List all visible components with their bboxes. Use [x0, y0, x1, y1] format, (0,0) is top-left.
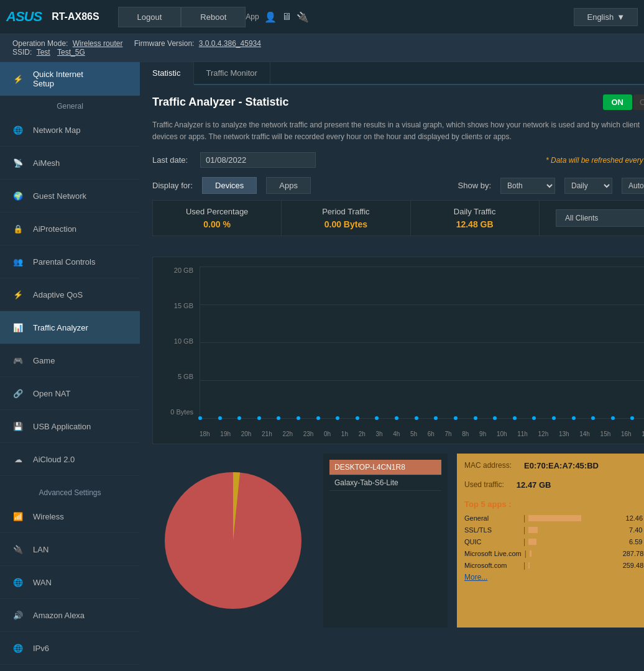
x-label-4h: 4h — [393, 431, 400, 437]
scale-select[interactable]: Auto 1GB 5GB 10GB — [622, 178, 644, 194]
logout-button[interactable]: Logout — [118, 7, 182, 27]
controls-row: Last date: * Data will be refreshed ever… — [152, 152, 644, 168]
used-traffic-label: Used traffic: — [464, 480, 504, 493]
network-map-label: Network Map — [33, 126, 81, 135]
advanced-items-list: 📶Wireless🔌LAN🌐WAN🔊Amazon Alexa🌐IPv6🔒VPN🔥… — [0, 500, 140, 671]
grid-line-75 — [200, 380, 644, 381]
sidebar-item-usb-application[interactable]: 💾USB Application — [0, 410, 140, 443]
panel-title: Traffic Analyzer - Statistic — [152, 96, 288, 109]
main-layout: ⚡ Quick Internet Setup General 🌐Network … — [0, 62, 644, 671]
sidebar-item-amazon-alexa[interactable]: 🔊Amazon Alexa — [0, 599, 140, 632]
user-icon[interactable]: 👤 — [264, 11, 277, 23]
sidebar-item-aimesh[interactable]: 📡AiMesh — [0, 147, 140, 180]
app-row-1: SSL/TLS | 7.40 MB — [464, 526, 644, 534]
ssid-2[interactable]: Test_5G — [57, 48, 85, 57]
chart-dot-20h — [237, 416, 241, 420]
usb-icon[interactable]: 🔌 — [297, 11, 309, 23]
asus-logo: ASUS — [6, 9, 42, 25]
sidebar-item-wan[interactable]: 🌐WAN — [0, 566, 140, 599]
display-row: Display for: Devices Apps Show by: Both … — [152, 177, 644, 194]
ssid-1[interactable]: Test — [37, 48, 50, 57]
tab-traffic-monitor[interactable]: Traffic Monitor — [194, 62, 270, 84]
grid-line-25 — [200, 304, 644, 305]
content-area: Statistic Traffic Monitor Traffic Analyz… — [140, 62, 644, 671]
sidebar-item-network-map[interactable]: 🌐Network Map — [0, 114, 140, 147]
app-row-3: Microsoft Live.com | 287.78 KB — [464, 549, 644, 558]
parental-controls-icon: 👥 — [9, 253, 27, 270]
monitor-icon[interactable]: 🖥 — [282, 11, 292, 22]
app-size-3: 287.78 KB — [623, 550, 644, 557]
sidebar-item-game[interactable]: 🎮Game — [0, 344, 140, 377]
top5-label: Top 5 apps : — [464, 500, 644, 509]
chart-x-labels: 18h19h20h21h22h23h0h1h2h3h4h5h6h7h8h9h10… — [200, 431, 644, 437]
chart-dot-5h — [415, 416, 418, 420]
panel-description: Traffic Analyzer is to analyze the netwo… — [152, 119, 644, 143]
chart-dot-11h — [532, 416, 536, 420]
tab-statistic[interactable]: Statistic — [140, 62, 194, 85]
x-label-14h: 14h — [579, 431, 590, 437]
show-by-select[interactable]: Both Download Upload — [500, 178, 555, 194]
x-label-12h: 12h — [538, 431, 549, 437]
sidebar-item-traffic-analyzer[interactable]: 📊Traffic Analyzer — [0, 311, 140, 344]
apps-button[interactable]: Apps — [266, 177, 311, 194]
pie-chart — [152, 460, 314, 621]
toggle-switch[interactable]: ON OFF — [603, 94, 645, 110]
chart-plot — [200, 267, 644, 419]
x-label-17h: 17h — [642, 431, 644, 437]
header-icons: App 👤 🖥 🔌 — [246, 11, 308, 23]
aimesh-icon: 📡 — [9, 154, 27, 171]
tab-bar: Statistic Traffic Monitor — [140, 62, 644, 85]
x-label-16h: 16h — [621, 431, 632, 437]
legend-item-galaxy[interactable]: Galaxy-Tab-S6-Lite — [329, 475, 441, 491]
app-bar-0 — [528, 515, 581, 521]
period-traffic-value: 0.00 Bytes — [288, 219, 403, 229]
amazon-alexa-label: Amazon Alexa — [33, 611, 85, 620]
game-label: Game — [33, 356, 55, 365]
x-label-9h: 9h — [479, 431, 486, 437]
app-bar-3 — [530, 550, 531, 557]
chart-dot-23h — [297, 416, 300, 420]
sidebar-item-ipv6[interactable]: 🌐IPv6 — [0, 632, 140, 665]
apps-list: General | 12.46 GB SSL/TLS | 7.40 MB QUI… — [464, 514, 644, 570]
content-panel: Traffic Analyzer - Statistic ON OFF Traf… — [140, 85, 644, 637]
x-label-7h: 7h — [445, 431, 452, 437]
devices-button[interactable]: Devices — [202, 177, 257, 194]
language-selector[interactable]: English ▼ — [574, 8, 638, 26]
app-separator-3: | — [525, 549, 527, 558]
sidebar-item-open-nat[interactable]: 🔗Open NAT — [0, 377, 140, 410]
daily-traffic-label: Daily Traffic — [417, 207, 533, 216]
x-label-20h: 20h — [241, 431, 252, 437]
reboot-button[interactable]: Reboot — [181, 7, 246, 27]
chart-y-labels: 20 GB 15 GB 10 GB 5 GB 0 Bytes — [159, 263, 196, 419]
ssid-label: SSID: — [12, 48, 32, 57]
period-select[interactable]: Daily Weekly Monthly — [564, 178, 612, 194]
chart-dot-12h — [552, 416, 556, 420]
chart-dot-4h — [395, 416, 398, 420]
open-nat-label: Open NAT — [33, 389, 70, 398]
logo-area: ASUS RT-AX86S — [0, 9, 106, 25]
sidebar-item-lan[interactable]: 🔌LAN — [0, 533, 140, 566]
quick-setup-icon: ⚡ — [9, 70, 27, 88]
chart-dot-8h — [474, 416, 477, 420]
x-label-10h: 10h — [497, 431, 507, 437]
quick-setup-item[interactable]: ⚡ Quick Internet Setup — [0, 62, 140, 96]
language-label: English — [587, 12, 614, 22]
last-date-input[interactable] — [200, 152, 316, 168]
more-link[interactable]: More... — [464, 573, 644, 582]
sidebar-item-wireless[interactable]: 📶Wireless — [0, 500, 140, 533]
clients-select[interactable]: All Clients DESKTOP-L4CN1R8 Galaxy-Tab-S… — [556, 209, 644, 227]
app-name-4: Microsoft.com — [464, 562, 520, 569]
used-traffic-value: 12.47 GB — [517, 480, 551, 490]
sidebar-item-guest-network[interactable]: 🌍Guest Network — [0, 180, 140, 212]
sidebar-item-parental-controls[interactable]: 👥Parental Controls — [0, 245, 140, 278]
sidebar-item-adaptive-qos[interactable]: ⚡Adaptive QoS — [0, 278, 140, 311]
sidebar-item-aiprotection[interactable]: 🔒AiProtection — [0, 212, 140, 245]
x-label-6h: 6h — [428, 431, 435, 437]
wireless-label: Wireless — [33, 512, 64, 521]
panel-title-row: Traffic Analyzer - Statistic ON OFF — [152, 94, 644, 110]
sidebar-item-aicloud[interactable]: ☁AiCloud 2.0 — [0, 443, 140, 476]
sidebar-item-vpn[interactable]: 🔒VPN — [0, 665, 140, 671]
app-size-0: 12.46 GB — [626, 514, 644, 522]
legend-item-desktop[interactable]: DESKTOP-L4CN1R8 — [329, 460, 441, 475]
stats-bar: Used Percentage 0.00 % Period Traffic 0.… — [152, 200, 644, 236]
